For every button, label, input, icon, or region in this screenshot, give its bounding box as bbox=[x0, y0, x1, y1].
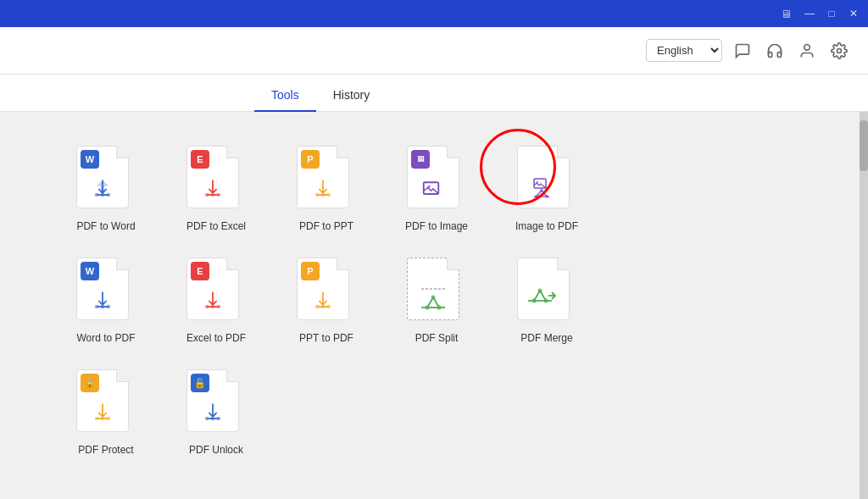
ppt-badge: P bbox=[301, 150, 320, 169]
pdf-protect-icon: 🔒 bbox=[76, 369, 129, 432]
word-badge: W bbox=[81, 150, 99, 169]
svg-point-0 bbox=[804, 44, 810, 50]
tab-tools[interactable]: Tools bbox=[254, 80, 316, 112]
pdf-to-ppt-icon-container: P bbox=[297, 146, 356, 213]
svg-point-15 bbox=[427, 185, 431, 188]
tool-row-1: W PDF to Word E bbox=[51, 137, 817, 241]
pdf-split-label: PDF Split bbox=[415, 332, 459, 344]
pdf-to-image-icon-container: 🖼 bbox=[407, 146, 466, 213]
word-to-pdf-label: Word to PDF bbox=[76, 332, 135, 344]
svg-point-22 bbox=[545, 195, 548, 198]
pdf-merge-icon-container bbox=[517, 258, 576, 325]
ppt-to-pdf-label: PPT to PDF bbox=[299, 332, 353, 344]
svg-point-40 bbox=[426, 306, 430, 310]
svg-point-42 bbox=[431, 296, 436, 300]
tool-pdf-to-ppt[interactable]: P PDF to PPT bbox=[271, 137, 381, 241]
pdf-to-excel-icon-container: E bbox=[186, 146, 246, 213]
tool-row-3: 🔒 PDF Protect 🔓 bbox=[51, 361, 817, 464]
tool-excel-to-pdf[interactable]: E Excel to PDF bbox=[161, 249, 271, 352]
svg-point-23 bbox=[540, 189, 543, 192]
pdf-to-word-icon: W bbox=[76, 146, 129, 208]
maximize-button[interactable]: □ bbox=[824, 6, 839, 21]
excel-to-pdf-badge: E bbox=[191, 262, 209, 280]
tool-ppt-to-pdf[interactable]: P PPT to PDF bbox=[271, 249, 381, 352]
svg-point-47 bbox=[544, 299, 548, 303]
pdf-merge-icon bbox=[517, 258, 570, 320]
svg-point-41 bbox=[437, 306, 442, 310]
pdf-split-icon-container bbox=[407, 258, 466, 325]
ppt-to-pdf-icon-container: P bbox=[297, 258, 356, 325]
excel-badge: E bbox=[191, 150, 209, 169]
window-controls: 🖥 — □ ✕ bbox=[781, 6, 861, 21]
settings-icon[interactable] bbox=[827, 39, 851, 63]
tool-pdf-to-word[interactable]: W PDF to Word bbox=[51, 137, 161, 241]
tab-history[interactable]: History bbox=[316, 80, 387, 112]
language-selector[interactable]: English Chinese French Spanish German bbox=[646, 39, 722, 62]
pdf-protect-label: PDF Protect bbox=[78, 444, 133, 456]
main-content: W PDF to Word E bbox=[0, 112, 868, 499]
tool-pdf-to-image[interactable]: 🖼 PDF to Image bbox=[381, 137, 492, 241]
pdf-to-word-label: PDF to Word bbox=[76, 220, 135, 232]
image-to-pdf-icon-container bbox=[517, 146, 576, 213]
pdf-merge-label: PDF Merge bbox=[520, 332, 572, 344]
word-to-pdf-icon: W bbox=[76, 258, 129, 320]
svg-point-1 bbox=[837, 48, 842, 53]
ppt-to-pdf-badge: P bbox=[301, 262, 320, 280]
pdf-to-image-icon: 🖼 bbox=[407, 146, 459, 208]
svg-point-17 bbox=[537, 181, 539, 184]
pdf-unlock-icon: 🔓 bbox=[186, 369, 239, 432]
header-right: English Chinese French Spanish German bbox=[646, 39, 851, 63]
header-bar: English Chinese French Spanish German bbox=[0, 27, 868, 75]
svg-point-46 bbox=[532, 299, 537, 303]
image-out-badge: 🖼 bbox=[411, 150, 430, 169]
pdf-to-ppt-icon: P bbox=[297, 146, 349, 208]
tool-pdf-to-excel[interactable]: E PDF to Excel bbox=[161, 137, 271, 241]
close-button[interactable]: ✕ bbox=[846, 6, 861, 21]
minimize-button[interactable]: — bbox=[802, 6, 817, 21]
window-icon: 🖥 bbox=[781, 8, 792, 20]
pdf-to-excel-icon: E bbox=[186, 146, 239, 208]
title-bar: 🖥 — □ ✕ bbox=[0, 0, 868, 27]
tool-pdf-merge[interactable]: PDF Merge bbox=[492, 249, 602, 352]
pdf-split-icon bbox=[407, 258, 459, 320]
tool-pdf-split[interactable]: PDF Split bbox=[381, 249, 492, 352]
headset-icon[interactable] bbox=[763, 39, 787, 63]
ppt-to-pdf-icon: P bbox=[297, 258, 349, 320]
pdf-to-excel-label: PDF to Excel bbox=[186, 220, 246, 232]
scrollbar-thumb[interactable] bbox=[860, 120, 868, 171]
user-icon[interactable] bbox=[795, 39, 819, 63]
excel-to-pdf-icon-container: E bbox=[186, 258, 246, 325]
word-to-pdf-icon-container: W bbox=[76, 258, 136, 325]
tabs-bar: Tools History bbox=[0, 75, 868, 112]
svg-point-48 bbox=[538, 289, 542, 293]
scrollbar[interactable] bbox=[860, 112, 868, 499]
tool-pdf-protect[interactable]: 🔒 PDF Protect bbox=[51, 361, 161, 464]
tool-pdf-unlock[interactable]: 🔓 PDF Unlock bbox=[161, 361, 271, 464]
chat-icon[interactable] bbox=[731, 39, 754, 63]
image-to-pdf-icon bbox=[517, 146, 570, 208]
pdf-to-ppt-label: PDF to PPT bbox=[299, 220, 353, 232]
tool-image-to-pdf[interactable]: Image to PDF bbox=[492, 137, 602, 241]
svg-point-21 bbox=[535, 195, 538, 198]
tool-row-2: W Word to PDF E bbox=[51, 249, 817, 352]
excel-to-pdf-label: Excel to PDF bbox=[186, 332, 246, 344]
pdf-protect-icon-container: 🔒 bbox=[76, 369, 136, 437]
pdf-to-image-label: PDF to Image bbox=[405, 220, 468, 232]
protect-badge: 🔒 bbox=[81, 374, 99, 392]
tool-word-to-pdf[interactable]: W Word to PDF bbox=[51, 249, 161, 352]
pdf-to-word-icon-container: W bbox=[76, 146, 136, 213]
pdf-unlock-icon-container: 🔓 bbox=[186, 369, 246, 437]
unlock-badge: 🔓 bbox=[191, 374, 209, 392]
excel-to-pdf-icon: E bbox=[186, 258, 239, 320]
word-to-pdf-badge: W bbox=[81, 262, 99, 280]
pdf-unlock-label: PDF Unlock bbox=[189, 444, 243, 456]
image-to-pdf-label: Image to PDF bbox=[515, 220, 578, 232]
